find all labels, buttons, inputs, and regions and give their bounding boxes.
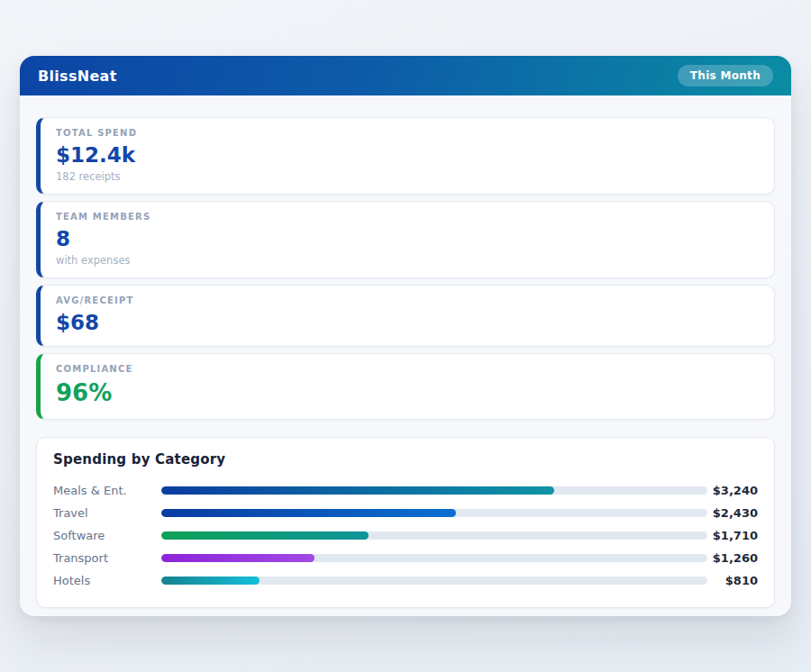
category-bar-fill bbox=[161, 509, 456, 517]
category-bar-track bbox=[161, 509, 707, 517]
category-row: Software $1,710 bbox=[53, 524, 758, 547]
stat-label: TEAM MEMBERS bbox=[56, 212, 759, 222]
stats-list: TOTAL SPEND $12.4k 182 receipts TEAM MEM… bbox=[36, 117, 775, 420]
category-row: Meals & Ent. $3,240 bbox=[53, 479, 758, 502]
spending-card: Spending by Category Meals & Ent. $3,240… bbox=[36, 437, 775, 608]
stat-value: 96% bbox=[56, 378, 759, 408]
stat-card: TOTAL SPEND $12.4k 182 receipts bbox=[36, 117, 775, 195]
category-value: $3,240 bbox=[707, 484, 758, 497]
spending-title: Spending by Category bbox=[53, 451, 758, 468]
stat-value: $68 bbox=[56, 310, 759, 336]
app-content: TOTAL SPEND $12.4k 182 receipts TEAM MEM… bbox=[20, 95, 791, 608]
category-value: $810 bbox=[707, 574, 758, 587]
category-bar-track bbox=[161, 486, 707, 495]
category-row: Transport $1,260 bbox=[53, 547, 758, 569]
category-bar-fill bbox=[161, 554, 314, 562]
category-label: Software bbox=[53, 529, 161, 542]
app-title: BlissNeat bbox=[38, 68, 117, 85]
stat-card: AVG/RECEIPT $68 bbox=[36, 285, 775, 348]
stat-label: COMPLIANCE bbox=[56, 364, 759, 374]
stat-sub: 182 receipts bbox=[56, 170, 759, 183]
category-label: Travel bbox=[53, 506, 161, 520]
category-value: $2,430 bbox=[707, 506, 758, 520]
category-row: Hotels $810 bbox=[53, 569, 758, 592]
stat-sub: with expenses bbox=[56, 254, 759, 267]
stat-label: AVG/RECEIPT bbox=[56, 295, 759, 305]
category-bar-fill bbox=[161, 486, 554, 495]
period-badge[interactable]: This Month bbox=[678, 65, 773, 86]
stat-label: TOTAL SPEND bbox=[56, 128, 759, 138]
stat-value: 8 bbox=[56, 226, 759, 252]
category-value: $1,710 bbox=[707, 529, 758, 542]
category-label: Meals & Ent. bbox=[53, 484, 161, 497]
category-bar-fill bbox=[161, 577, 260, 585]
category-bar-track bbox=[161, 531, 707, 540]
app-header: BlissNeat This Month bbox=[20, 56, 791, 95]
category-value: $1,260 bbox=[707, 551, 758, 565]
category-rows: Meals & Ent. $3,240 Travel $2,430 Softwa… bbox=[53, 479, 758, 592]
category-bar-track bbox=[161, 577, 707, 585]
category-bar-track bbox=[161, 554, 707, 562]
category-bar-fill bbox=[161, 531, 369, 540]
stat-value: $12.4k bbox=[56, 142, 759, 168]
stat-card: TEAM MEMBERS 8 with expenses bbox=[36, 201, 775, 278]
category-label: Hotels bbox=[53, 574, 161, 587]
app-panel: BlissNeat This Month TOTAL SPEND $12.4k … bbox=[20, 56, 791, 616]
category-label: Transport bbox=[53, 551, 161, 565]
category-row: Travel $2,430 bbox=[53, 502, 758, 524]
stat-card: COMPLIANCE 96% bbox=[36, 353, 775, 420]
